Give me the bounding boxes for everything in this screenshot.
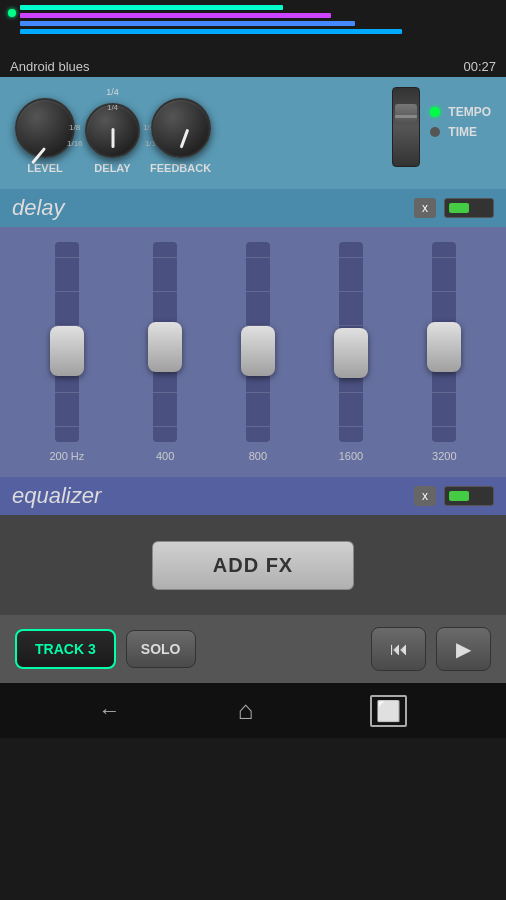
delay-top-label: 1/4	[106, 87, 119, 97]
feedback-knob-group: FEEDBACK	[150, 98, 211, 174]
time-row: TIME	[430, 125, 477, 139]
waveform-bar-3	[20, 21, 355, 26]
transport-bar: TRACK 3 SOLO ⏮ ▶	[0, 615, 506, 683]
eq-slider-track-5[interactable]	[432, 242, 456, 442]
play-button[interactable]: ▶	[436, 627, 491, 671]
slider-handle	[395, 104, 417, 122]
track-info-bar: Android blues 00:27	[0, 55, 506, 77]
track-button[interactable]: TRACK 3	[15, 629, 116, 669]
delay-header: delay x	[0, 189, 506, 227]
eq-slider-track-2[interactable]	[153, 242, 177, 442]
equalizer-active-indicator	[449, 491, 469, 501]
eq-band-1: 200 Hz	[49, 242, 84, 462]
eq-label-4: 1600	[339, 450, 363, 462]
feedback-knob[interactable]	[151, 98, 211, 158]
delay-header-controls: x	[414, 198, 494, 218]
equalizer-header-controls: x	[414, 486, 494, 506]
delay-plugin: LEVEL 1/4 1/4 1/8 1/2 1/16 1/1 DELAY	[0, 77, 506, 189]
waveform-bar-4	[20, 29, 402, 34]
home-button[interactable]: ⌂	[238, 695, 254, 726]
rewind-icon: ⏮	[390, 639, 408, 660]
play-icon: ▶	[456, 637, 471, 661]
rewind-button[interactable]: ⏮	[371, 627, 426, 671]
eq-thumb-4[interactable]	[334, 328, 368, 378]
waveform-bar-1	[20, 5, 283, 10]
eq-slider-track-3[interactable]	[246, 242, 270, 442]
delay-toggle[interactable]	[444, 198, 494, 218]
equalizer-close-button[interactable]: x	[414, 486, 436, 506]
delay-title: delay	[12, 195, 65, 221]
eq-band-5: 3200	[432, 242, 456, 462]
eq-slider-track-4[interactable]	[339, 242, 363, 442]
tempo-row: TEMPO	[430, 105, 491, 119]
track-time: 00:27	[463, 59, 496, 74]
eq-thumb-2[interactable]	[148, 322, 182, 372]
equalizer-title: equalizer	[12, 483, 101, 509]
recents-button[interactable]: ⬜	[370, 695, 407, 727]
equalizer-plugin: 200 Hz 400	[0, 227, 506, 477]
feedback-label: FEEDBACK	[150, 162, 211, 174]
eq-label-3: 800	[249, 450, 267, 462]
waveform-bar-2	[20, 13, 331, 18]
equalizer-header: equalizer x	[0, 477, 506, 515]
delay-label: DELAY	[94, 162, 130, 174]
waveform-section	[0, 0, 506, 55]
eq-thumb-1[interactable]	[50, 326, 84, 376]
feedback-indicator	[179, 129, 189, 149]
tempo-label: TEMPO	[448, 105, 491, 119]
eq-label-2: 400	[156, 450, 174, 462]
android-nav-bar: ← ⌂ ⬜	[0, 683, 506, 738]
solo-button[interactable]: SOLO	[126, 630, 196, 668]
delay-slider[interactable]	[392, 87, 420, 167]
delay-active-indicator	[449, 203, 469, 213]
eq-label-1: 200 Hz	[49, 450, 84, 462]
eq-band-3: 800	[246, 242, 270, 462]
eq-thumb-3[interactable]	[241, 326, 275, 376]
add-fx-button[interactable]: ADD FX	[152, 541, 354, 590]
delay-indicator	[111, 128, 114, 148]
tempo-led	[430, 107, 440, 117]
add-fx-section: ADD FX	[0, 515, 506, 615]
delay-knob[interactable]: 1/4 1/8 1/2 1/16 1/1	[85, 103, 140, 158]
level-knob-group: LEVEL	[15, 98, 75, 174]
eq-label-5: 3200	[432, 450, 456, 462]
tempo-section: TEMPO TIME	[430, 105, 491, 139]
back-button[interactable]: ←	[99, 698, 121, 724]
delay-right-panel: TEMPO TIME	[392, 87, 491, 167]
eq-band-2: 400	[153, 242, 177, 462]
eq-slider-track-1[interactable]	[55, 242, 79, 442]
delay-knob-group: 1/4 1/4 1/8 1/2 1/16 1/1 DELAY	[85, 87, 140, 174]
eq-sliders: 200 Hz 400	[20, 242, 486, 462]
equalizer-toggle[interactable]	[444, 486, 494, 506]
eq-band-4: 1600	[339, 242, 363, 462]
level-knob[interactable]	[15, 98, 75, 158]
eq-thumb-5[interactable]	[427, 322, 461, 372]
track-name: Android blues	[10, 59, 90, 74]
delay-close-button[interactable]: x	[414, 198, 436, 218]
time-led	[430, 127, 440, 137]
time-label: TIME	[448, 125, 477, 139]
